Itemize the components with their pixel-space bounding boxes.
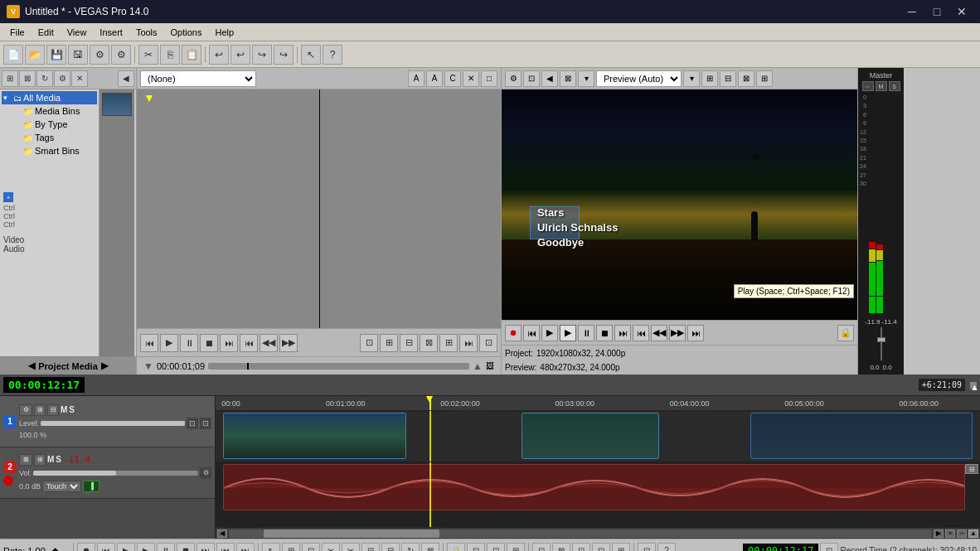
media-btn1[interactable]: ⊞ [2,70,18,87]
bt-edit-tool3[interactable]: ⊡ [302,543,320,552]
rp-play[interactable]: ▶ [541,325,558,341]
fader-handle[interactable] [877,337,885,342]
bt-stop[interactable]: ⏹ [177,543,195,552]
trim-btn5[interactable]: □ [481,70,497,87]
toolbar-copy[interactable]: ⎘ [160,45,180,65]
menu-options[interactable]: Options [164,26,209,39]
scroll-up-btn2[interactable]: ▲ [968,529,978,538]
toolbar-new[interactable]: 📄 [3,45,23,65]
trim-btn4[interactable]: ✕ [463,70,479,87]
track2-expand[interactable]: ⊞ [34,454,46,466]
bt-mix4[interactable]: ⊡ [592,543,610,552]
track2-record[interactable] [3,476,13,486]
preview-btn3[interactable]: ⊠ [560,70,576,87]
timeline-scrollbar[interactable]: ◀ ▶ + − ▲ [216,527,980,539]
rp-prev[interactable]: ⏮ [523,325,540,341]
tree-item-by-type[interactable]: 📁 By Type [12,118,97,131]
toolbar-paste[interactable]: 📋 [182,45,201,65]
track1-settings[interactable]: ⚙ [19,404,32,416]
toolbar-cursor[interactable]: ↖ [301,45,321,65]
media-btn3[interactable]: ↻ [36,70,53,87]
track1-level-icon[interactable]: ⊡ [187,418,198,429]
trans-mark-in[interactable]: ⊞ [380,334,398,352]
toolbar-save[interactable]: 💾 [46,45,66,65]
track2-vol-slider[interactable] [33,471,198,476]
tree-item-smart-bins[interactable]: 📁 Smart Bins [12,144,97,157]
trim-btn3[interactable]: C [444,70,461,87]
preview-btn6[interactable]: ⊞ [701,70,718,87]
meter-btn-left[interactable]: ↔ [862,81,874,91]
trans-snap[interactable]: ⊠ [420,334,438,352]
tree-item-media-bins[interactable]: 📁 Media Bins [12,104,97,118]
toolbar-redo[interactable]: ↪ [252,45,272,65]
meter-m-btn[interactable]: M [876,81,887,91]
video-clip-2[interactable] [522,413,659,459]
bt-edit-tool4[interactable]: ✂ [322,543,340,552]
video-clip-1[interactable] [223,413,406,459]
preview-btn4[interactable]: ▾ [578,70,594,87]
bt-rw[interactable]: ⏮ [216,543,235,552]
menu-insert[interactable]: Insert [93,26,129,39]
tree-item-tags[interactable]: 📁 Tags [12,131,97,144]
trim-slider[interactable] [208,363,469,370]
rp-lock[interactable]: 🔒 [837,325,854,341]
bt-more1[interactable]: ⊠ [421,543,439,552]
audio-clip-1[interactable] [223,464,964,510]
preview-btn2[interactable]: ◀ [541,70,558,87]
maximize-button[interactable]: □ [925,3,948,20]
preview-btn9[interactable]: ⊞ [756,70,773,87]
preview-btn1[interactable]: ⊡ [523,70,540,87]
track1-level-slider[interactable] [41,421,185,426]
toolbar-open[interactable]: 📂 [25,45,45,65]
media-collapse[interactable]: ◀ [118,70,134,87]
preview-btn7[interactable]: ⊟ [720,70,736,87]
meter-s-btn[interactable]: S [889,81,900,91]
expand-all[interactable]: + [3,192,13,202]
bt-edit-tool2[interactable]: ⊞ [282,543,300,552]
timeline-hscroll[interactable] [229,529,932,538]
bt-edit-tool5[interactable]: ✂ [342,543,360,552]
bt-more4[interactable]: ⊞ [507,543,525,552]
media-btn4[interactable]: ⚙ [54,70,70,87]
toolbar-redo2[interactable]: ↪ [274,45,294,65]
media-btn5[interactable]: ✕ [71,70,88,87]
bt-record[interactable]: ⏺ [77,543,95,552]
bt-prev[interactable]: ⏮ [97,543,115,552]
track1-env-icon[interactable]: ⊡ [200,418,211,429]
menu-help[interactable]: Help [208,26,240,39]
toolbar-undo[interactable]: ↩ [209,45,229,65]
trans-back-frame[interactable]: ◀◀ [260,334,278,352]
rp-back[interactable]: ◀◀ [651,325,667,341]
menu-edit[interactable]: Edit [32,26,61,39]
bt-snap2[interactable]: ⊟ [381,543,400,552]
rp-record[interactable]: ⏺ [505,325,522,341]
scroll-left-btn[interactable]: ◀ [217,529,227,538]
trim-btn2[interactable]: A [426,70,443,87]
trans-prev-mark[interactable]: ⏮ [240,334,258,352]
preview-settings[interactable]: ⚙ [505,70,522,87]
bt-loop[interactable]: ↻ [401,543,420,552]
trans-loop[interactable]: ⊡ [360,334,378,352]
trans-play[interactable]: ▶ [160,334,178,352]
bt-ff[interactable]: ⏭ [236,543,255,552]
track2-settings[interactable]: ⊠ [19,454,32,466]
toolbar-help[interactable]: ? [323,45,342,65]
track1-merge[interactable]: ⊟ [47,404,59,416]
toolbar-save2[interactable]: 🖫 [68,45,88,65]
zoom-in-btn[interactable]: + [945,529,955,538]
rp-next[interactable]: ⏭ [614,325,631,341]
bt-more2[interactable]: ⊡ [467,543,485,552]
rp-prev-frame[interactable]: ⏮ [633,325,649,341]
track2-vol-icon[interactable]: ⚙ [200,467,211,479]
bt-more3[interactable]: ⊡ [487,543,505,552]
menu-file[interactable]: File [3,26,32,39]
effect-dropdown[interactable]: (None) [140,70,256,87]
timeline-ruler[interactable]: 00:00 00:01:00:00 00:02:00:00 00:03:00:0… [216,396,980,411]
trans-end[interactable]: ⏭ [459,334,478,352]
track2-db-display[interactable]: ▐ [83,481,99,492]
toolbar-cut[interactable]: ✂ [138,45,158,65]
track2-mode-select[interactable]: Touch [42,481,81,492]
bt-snap[interactable]: ⊟ [361,543,380,552]
bt-end-btn[interactable]: ⊡ [820,543,838,552]
menu-tools[interactable]: Tools [129,26,164,39]
